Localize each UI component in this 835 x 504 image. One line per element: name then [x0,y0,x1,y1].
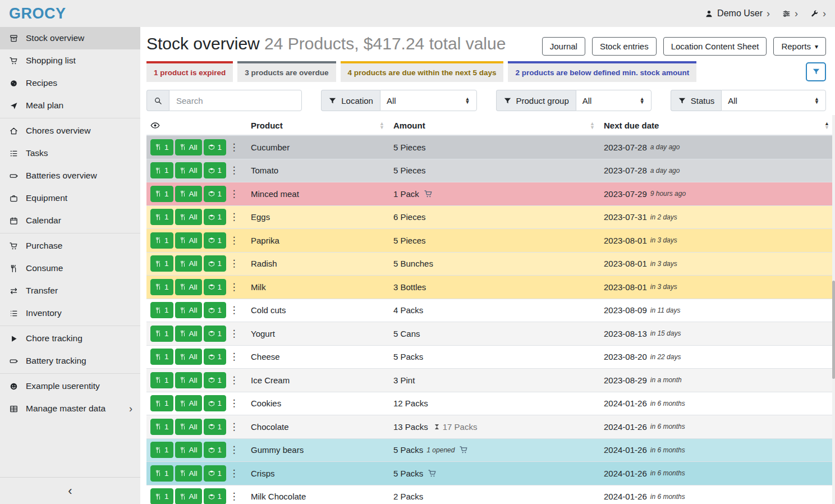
consume-one-button[interactable]: 1 [150,255,173,272]
banner-expired-products[interactable]: 1 product is expired [146,61,233,82]
product-group-select[interactable]: All ▲▼ [576,90,652,111]
consume-all-button[interactable]: All [175,139,202,155]
row-menu-button[interactable]: ⋮ [228,419,240,435]
sidebar-item-recipes[interactable]: Recipes [0,72,140,94]
settings-menu[interactable]: › [782,8,798,19]
sidebar-item-manage-master-data[interactable]: Manage master data › [0,397,140,420]
column-header-amount[interactable]: Amount ▲▼ [393,121,604,130]
consume-all-button[interactable]: All [175,279,202,295]
consume-all-button[interactable]: All [175,488,202,504]
column-header-product[interactable]: Product ▲▼ [251,121,393,130]
sidebar-item-chore-tracking[interactable]: Chore tracking [0,327,140,350]
row-menu-button[interactable]: ⋮ [228,162,240,178]
admin-menu[interactable]: › [810,8,826,19]
consume-one-button[interactable]: 1 [150,488,173,504]
sidebar-item-batteries-overview[interactable]: Batteries overview [0,164,140,187]
row-menu-button[interactable]: ⋮ [228,302,240,318]
reports-dropdown-button[interactable]: Reports▾ [773,37,826,56]
grocy-logo[interactable]: GROCY [9,5,66,22]
table-row[interactable]: 1 All 1 ⋮ Cheese 5 Packs 2023-08-20 in 2… [146,346,833,369]
consume-all-button[interactable]: All [175,326,202,342]
consume-one-button[interactable]: 1 [150,232,173,249]
consume-all-button[interactable]: All [175,349,202,365]
row-menu-button[interactable]: ⋮ [228,372,240,388]
consume-all-button[interactable]: All [175,419,202,435]
sidebar-item-shopping-list[interactable]: Shopping list [0,49,140,72]
row-menu-button[interactable]: ⋮ [228,209,240,225]
table-row[interactable]: 1 All 1 ⋮ Tomato 5 Pieces 2023-07-28 a d… [146,159,833,183]
open-one-button[interactable]: 1 [204,162,227,178]
table-row[interactable]: 1 All 1 ⋮ Cold cuts 4 Packs 2023-08-09 i… [146,299,833,323]
consume-one-button[interactable]: 1 [150,419,173,435]
sidebar-item-consume[interactable]: Consume [0,257,140,280]
clear-filter-button[interactable] [806,62,826,81]
table-row[interactable]: 1 All 1 ⋮ Milk Chocolate 2 Packs 2024-01… [146,485,833,504]
open-one-button[interactable]: 1 [204,279,227,295]
consume-one-button[interactable]: 1 [150,139,173,155]
row-menu-button[interactable]: ⋮ [228,139,240,155]
open-one-button[interactable]: 1 [204,488,227,504]
open-one-button[interactable]: 1 [204,232,227,249]
location-select[interactable]: All ▲▼ [380,90,477,111]
location-content-sheet-button[interactable]: Location Content Sheet [663,37,767,56]
page-scrollbar[interactable] [832,115,835,504]
row-menu-button[interactable]: ⋮ [228,395,240,411]
open-one-button[interactable]: 1 [204,255,227,272]
scrollbar-thumb[interactable] [832,281,835,379]
open-one-button[interactable]: 1 [204,372,227,388]
stock-entries-button[interactable]: Stock entries [592,37,657,56]
table-row[interactable]: 1 All 1 ⋮ Chocolate 13 Packs 17 Packs 20… [146,415,833,439]
consume-all-button[interactable]: All [175,186,202,202]
table-row[interactable]: 1 All 1 ⋮ Minced meat 1 Pack 2023-07-29 … [146,182,833,206]
consume-all-button[interactable]: All [175,395,202,411]
column-header-next-due-date[interactable]: Next due date ▲▼ [604,121,833,130]
row-menu-button[interactable]: ⋮ [228,488,240,504]
table-row[interactable]: 1 All 1 ⋮ Paprika 5 Pieces 2023-08-01 in… [146,229,833,253]
consume-all-button[interactable]: All [175,209,202,225]
open-one-button[interactable]: 1 [204,419,227,435]
table-row[interactable]: 1 All 1 ⋮ Cookies 12 Packs 2024-01-26 in… [146,392,833,416]
sidebar-item-battery-tracking[interactable]: Battery tracking [0,350,140,372]
row-menu-button[interactable]: ⋮ [228,255,240,272]
open-one-button[interactable]: 1 [204,349,227,365]
consume-one-button[interactable]: 1 [150,395,173,411]
table-row[interactable]: 1 All 1 ⋮ Milk 3 Bottles 2023-08-01 in 3… [146,276,833,299]
sidebar-item-tasks[interactable]: Tasks [0,142,140,164]
sidebar-collapse-button[interactable]: ‹ [0,477,140,504]
banner-below-min-stock-products[interactable]: 2 products are below defined min. stock … [508,61,696,82]
consume-one-button[interactable]: 1 [150,442,173,458]
open-one-button[interactable]: 1 [204,209,227,225]
consume-one-button[interactable]: 1 [150,326,173,342]
table-row[interactable]: 1 All 1 ⋮ Crisps 5 Packs 2024-01-26 in 6… [146,462,833,485]
sidebar-item-purchase[interactable]: Purchase [0,235,140,257]
sidebar-item-example-userentity[interactable]: Example userentity [0,375,140,397]
consume-all-button[interactable]: All [175,302,202,318]
row-menu-button[interactable]: ⋮ [228,232,240,249]
journal-button[interactable]: Journal [542,37,585,56]
table-row[interactable]: 1 All 1 ⋮ Gummy bears 5 Packs 1 opened 2… [146,439,833,462]
sidebar-item-equipment[interactable]: Equipment [0,187,140,209]
sidebar-item-transfer[interactable]: Transfer [0,280,140,302]
consume-one-button[interactable]: 1 [150,372,173,388]
table-row[interactable]: 1 All 1 ⋮ Radish 5 Bunches 2023-08-01 in… [146,253,833,276]
consume-all-button[interactable]: All [175,162,202,178]
sidebar-item-meal-plan[interactable]: Meal plan [0,94,140,117]
table-row[interactable]: 1 All 1 ⋮ Yogurt 5 Cans 2023-08-13 in 15… [146,322,833,346]
open-one-button[interactable]: 1 [204,395,227,411]
row-menu-button[interactable]: ⋮ [228,186,240,202]
consume-all-button[interactable]: All [175,232,202,249]
open-one-button[interactable]: 1 [204,442,227,458]
eye-icon[interactable] [150,121,160,130]
row-menu-button[interactable]: ⋮ [228,326,240,342]
consume-one-button[interactable]: 1 [150,279,173,295]
row-menu-button[interactable]: ⋮ [228,279,240,295]
consume-one-button[interactable]: 1 [150,302,173,318]
open-one-button[interactable]: 1 [204,186,227,202]
status-select[interactable]: All ▲▼ [721,90,826,111]
sidebar-item-stock-overview[interactable]: Stock overview [0,27,140,49]
table-row[interactable]: 1 All 1 ⋮ Ice Cream 3 Pint 2023-08-29 in… [146,369,833,392]
user-menu[interactable]: Demo User › [705,8,770,19]
sidebar-item-chores-overview[interactable]: Chores overview [0,120,140,142]
table-row[interactable]: 1 All 1 ⋮ Cucumber 5 Pieces 2023-07-28 a… [146,136,833,159]
open-one-button[interactable]: 1 [204,326,227,342]
